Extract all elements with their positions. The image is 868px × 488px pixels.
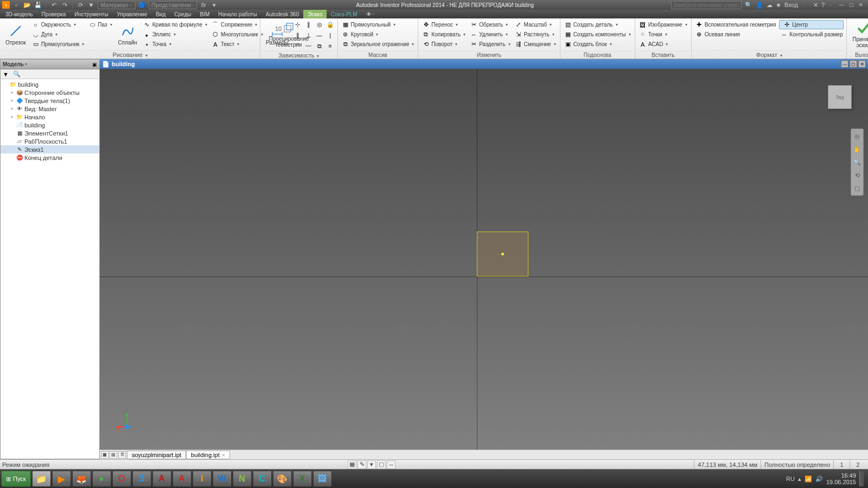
close-button[interactable]: ✕ [856, 1, 866, 9]
tree-node[interactable]: 📄building [1, 121, 99, 129]
minimize-button[interactable]: — [837, 1, 846, 9]
qat-save-icon[interactable]: 💾 [34, 1, 42, 9]
center-point-button[interactable]: ✢Центр [779, 20, 844, 29]
finish-sketch-button[interactable]: Принять эскиз [849, 20, 868, 49]
find-icon[interactable]: 🔍 [13, 70, 21, 78]
centerline-button[interactable]: ⊕Осевая линия [694, 30, 777, 39]
qat-redo-icon[interactable]: ↷ [60, 1, 69, 9]
tool-текст[interactable]: AТекст▾ [210, 40, 264, 49]
taskbar-app[interactable]: ● [92, 471, 111, 487]
tab-list-icon[interactable]: ☰ [118, 451, 126, 459]
qat-fx-icon[interactable]: fx [199, 1, 208, 9]
tool-растянуть[interactable]: ⇲Растянуть▾ [514, 30, 557, 39]
menu-эскиз[interactable]: Эскиз [303, 10, 327, 18]
constraint-parallel-icon[interactable]: ∥ [293, 30, 303, 40]
tool-дуга[interactable]: ◡Дуга▾ [31, 30, 86, 39]
viewcube[interactable]: Зад [828, 85, 852, 109]
tool-кривая-по-формуле[interactable]: ∿Кривая по формуле▾ [142, 20, 208, 29]
tab-view-icon[interactable]: ▦ [101, 451, 108, 459]
line-tool[interactable]: Отрезок [2, 20, 29, 49]
search-icon[interactable]: 🔍 [745, 2, 752, 9]
tool-прямоугольник[interactable]: ▭Прямоугольник▾ [31, 40, 86, 49]
tree-node[interactable]: +📦Сторонние объекты [1, 88, 99, 97]
maximize-button[interactable]: ▢ [846, 1, 856, 9]
menu-visibility-icon[interactable]: 👁 ▾ [362, 10, 379, 18]
qat-more-icon[interactable]: ▾ [210, 1, 219, 9]
constraint-fix-icon[interactable]: 🔒 [326, 20, 335, 29]
tree-node[interactable]: +👁Вид: Master [1, 105, 99, 113]
show-desktop-button[interactable] [859, 471, 864, 486]
tool-смещение[interactable]: ⇶Смещение▾ [514, 40, 557, 49]
menu-управление[interactable]: Управление [113, 10, 152, 18]
tool-паз[interactable]: ⬭Паз▾ [87, 20, 113, 29]
menu-инструменты[interactable]: Инструменты [70, 10, 112, 18]
tree-node[interactable]: +📁Начало [1, 113, 99, 121]
sb-snap2-icon[interactable]: ✎ [358, 460, 366, 469]
lang-indicator[interactable]: RU [786, 476, 795, 482]
tool-точки[interactable]: ⁘Точки▾ [638, 30, 688, 39]
lookat-icon[interactable]: ▢ [852, 183, 862, 193]
taskbar-app[interactable]: 🦊 [72, 471, 91, 487]
menu-autodesk 360[interactable]: Autodesk 360 [261, 10, 303, 18]
constraint-collinear-icon[interactable]: ∥ [304, 20, 314, 29]
tool-многоугольник[interactable]: ⬡Многоугольник▾ [210, 30, 264, 39]
tool-копировать[interactable]: ⧉Копировать▾ [421, 30, 467, 39]
tray-up-icon[interactable]: ▴ [798, 476, 801, 483]
taskbar-app[interactable]: N [233, 471, 252, 487]
qat-appearance-icon[interactable]: 🔵 [138, 1, 146, 9]
qat-undo-icon[interactable]: ↶ [49, 1, 58, 9]
tool-создать-деталь[interactable]: ▧Создать деталь▾ [563, 20, 632, 29]
taskbar-app[interactable]: I [193, 471, 212, 487]
tree-node[interactable]: +🔷Твердые тела(1) [1, 97, 99, 105]
taskbar-app[interactable]: 🖼 [313, 471, 332, 487]
orbit-icon[interactable]: ⟲ [852, 170, 862, 180]
doc-tab[interactable]: building.ipt× [186, 451, 230, 459]
help-search-input[interactable] [671, 1, 742, 9]
qat-update-icon[interactable]: ⟳ [76, 1, 85, 9]
tool-прямоугольный[interactable]: ▦Прямоугольный▾ [341, 20, 416, 29]
zoom-icon[interactable]: 🔍 [852, 157, 862, 167]
tool-точка[interactable]: •Точка▾ [142, 40, 208, 49]
star-icon[interactable]: ★ [776, 2, 781, 9]
tool-круговой[interactable]: ⊛Круговой▾ [341, 30, 416, 39]
tab-close-icon[interactable]: × [222, 452, 225, 458]
menu-начало работы[interactable]: Начало работы [214, 10, 261, 18]
driven-dim-button[interactable]: ↔Контрольный размер [779, 30, 844, 39]
tool-создать-компоненты[interactable]: ▦Создать компоненты▾ [563, 30, 632, 39]
menu-среды[interactable]: Среды [170, 10, 195, 18]
viewport-canvas[interactable]: Зад ◎ ✋ 🔍 ⟲ ▢ x [100, 69, 868, 450]
steering-wheel-icon[interactable]: ◎ [852, 131, 862, 141]
tab-view2-icon[interactable]: ▤ [110, 451, 117, 459]
material-dropdown[interactable]: Материал▾ [98, 1, 136, 9]
cloud-icon[interactable]: ☁ [767, 2, 773, 9]
tree-node[interactable]: ▦ЭлементСетки1 [1, 129, 99, 137]
taskbar-app[interactable]: W [213, 471, 232, 487]
tool-изображение[interactable]: 🖼Изображение▾ [638, 20, 688, 29]
doc-tab[interactable]: soyuzplminipart.ipt [127, 451, 186, 459]
dimension-tool[interactable]: 10 Размеры [263, 20, 292, 49]
menu-вид[interactable]: Вид [151, 10, 170, 18]
constraint-coincident-icon[interactable]: ⊹ [293, 20, 303, 29]
spline-tool[interactable]: Сплайн [115, 20, 141, 49]
qat-open-icon[interactable]: 📂 [23, 1, 31, 9]
tree-node[interactable]: ⛔Конец детали [1, 153, 99, 162]
clock[interactable]: 16:4919.06.2015 [826, 472, 856, 485]
constraint-horizontal-icon[interactable]: — [315, 30, 324, 40]
taskbar-app[interactable]: A [152, 471, 171, 487]
constraint-symmetric-icon[interactable]: ⧉ [315, 41, 324, 51]
constraint-equal-icon[interactable]: = [326, 41, 335, 51]
doc-close-button[interactable]: ✕ [858, 60, 866, 68]
tray-sound-icon[interactable]: 🔊 [815, 476, 823, 483]
sb-snap5-icon[interactable]: ↔ [387, 460, 395, 469]
tool-масштаб[interactable]: ⤢Масштаб▾ [514, 20, 557, 29]
panel-menu-icon[interactable]: ▣ [92, 62, 97, 67]
taskbar-app[interactable]: 🎨 [273, 471, 292, 487]
tool-acad[interactable]: AACAD▾ [638, 40, 688, 49]
tool-разделить[interactable]: ✂Разделить▾ [469, 40, 511, 49]
tool-эллипс[interactable]: ⬥Эллипс▾ [142, 30, 208, 39]
taskbar-app[interactable]: X [293, 471, 312, 487]
tool-зеркальное-отражение[interactable]: ⧉Зеркальное отражение▾ [341, 40, 416, 49]
user-icon[interactable]: 👤 [756, 2, 763, 9]
menu-bim[interactable]: BIM [195, 10, 214, 18]
pan-icon[interactable]: ✋ [852, 144, 862, 154]
